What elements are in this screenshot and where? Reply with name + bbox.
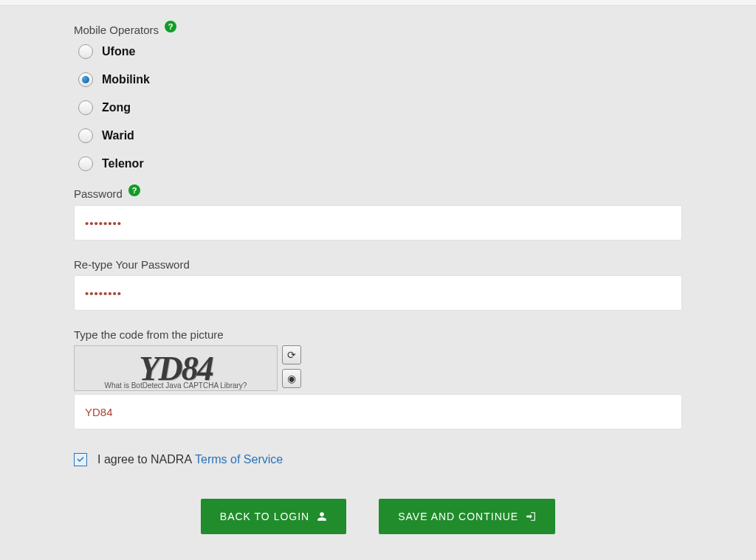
terms-row: I agree to NADRA Terms of Service xyxy=(74,453,682,466)
reload-icon: ⟳ xyxy=(287,349,296,361)
user-icon xyxy=(317,511,327,522)
captcha-reload-button[interactable]: ⟳ xyxy=(282,345,301,364)
captcha-row: YD84 What is BotDetect Java CAPTCHA Libr… xyxy=(74,345,682,391)
mobile-operators-list: Ufone Mobilink Zong Warid Telenor xyxy=(78,44,682,171)
captcha-input[interactable] xyxy=(74,394,682,429)
signin-icon xyxy=(526,511,536,522)
back-to-login-button[interactable]: BACK TO LOGIN xyxy=(201,499,346,534)
radio-label: Warid xyxy=(102,129,134,142)
button-row: BACK TO LOGIN SAVE AND CONTINUE xyxy=(74,499,682,534)
captcha-label: Type the code from the picture xyxy=(74,328,682,341)
page-topbar xyxy=(0,0,756,6)
radio-circle-icon xyxy=(78,72,93,87)
help-icon[interactable]: ? xyxy=(128,184,140,196)
save-continue-button[interactable]: SAVE AND CONTINUE xyxy=(379,499,555,534)
radio-zong[interactable]: Zong xyxy=(78,100,682,115)
radio-circle-icon xyxy=(78,44,93,59)
radio-label: Ufone xyxy=(102,45,135,58)
check-icon xyxy=(76,455,85,464)
terms-prefix: I agree to NADRA xyxy=(97,453,192,466)
back-button-label: BACK TO LOGIN xyxy=(220,511,309,522)
save-button-label: SAVE AND CONTINUE xyxy=(398,511,518,522)
password-input[interactable] xyxy=(74,205,682,241)
mobile-operators-text: Mobile Operators xyxy=(74,24,159,36)
captcha-footer-text: What is BotDetect Java CAPTCHA Library? xyxy=(75,381,277,390)
terms-link[interactable]: Terms of Service xyxy=(195,453,283,466)
radio-warid[interactable]: Warid xyxy=(78,128,682,143)
sound-icon: ◉ xyxy=(287,373,296,384)
password-label-text: Password xyxy=(74,187,123,200)
captcha-image: YD84 What is BotDetect Java CAPTCHA Libr… xyxy=(74,345,278,391)
retype-password-label: Re-type Your Password xyxy=(74,258,682,271)
help-icon[interactable]: ? xyxy=(165,21,176,32)
radio-label: Zong xyxy=(102,101,131,114)
radio-telenor[interactable]: Telenor xyxy=(78,156,682,171)
radio-label: Telenor xyxy=(102,157,144,170)
captcha-sound-button[interactable]: ◉ xyxy=(282,369,301,388)
radio-circle-icon xyxy=(78,100,93,115)
terms-checkbox[interactable] xyxy=(74,453,87,466)
form-container: Mobile Operators ? Ufone Mobilink Zong W… xyxy=(0,6,756,560)
retype-password-input[interactable] xyxy=(74,275,682,311)
mobile-operators-label: Mobile Operators ? xyxy=(74,24,682,37)
radio-label: Mobilink xyxy=(102,73,150,86)
radio-ufone[interactable]: Ufone xyxy=(78,44,682,59)
radio-circle-icon xyxy=(78,156,93,171)
radio-mobilink[interactable]: Mobilink xyxy=(78,72,682,87)
password-label: Password ? xyxy=(74,187,682,201)
radio-circle-icon xyxy=(78,128,93,143)
captcha-buttons: ⟳ ◉ xyxy=(282,345,301,388)
